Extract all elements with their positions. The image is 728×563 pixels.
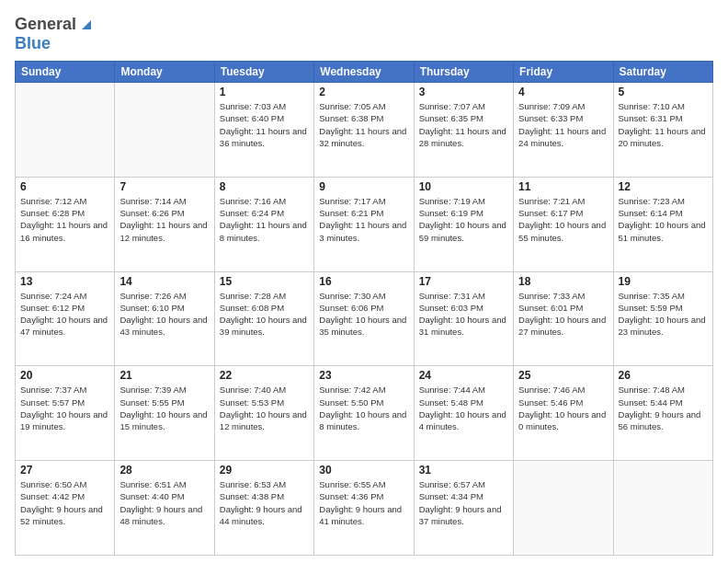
day-number: 4 [518,86,608,98]
day-number: 15 [220,275,309,288]
cell-text: Sunrise: 6:55 AM Sunset: 4:36 PM Dayligh… [319,478,408,527]
calendar-cell: 1 Sunrise: 7:03 AM Sunset: 6:40 PM Dayli… [214,83,313,178]
day-number: 7 [119,180,209,193]
cell-text: Sunrise: 6:53 AM Sunset: 4:38 PM Dayligh… [220,478,309,527]
sunset-text: Sunset: 5:48 PM [419,396,508,408]
sunrise-text: Sunrise: 7:35 AM [619,290,708,302]
daylight-text: Daylight: 10 hours and 39 minutes. [220,314,309,339]
day-number: 17 [419,275,508,288]
daylight-text: Daylight: 11 hours and 8 minutes. [220,219,309,244]
daylight-text: Daylight: 11 hours and 20 minutes. [619,125,708,150]
day-number: 29 [220,464,309,477]
logo-icon [78,17,95,33]
sunset-text: Sunset: 6:33 PM [518,112,608,124]
cell-text: Sunrise: 7:39 AM Sunset: 5:55 PM Dayligh… [119,384,209,432]
daylight-text: Daylight: 10 hours and 4 minutes. [419,408,508,433]
sunset-text: Sunset: 6:17 PM [518,207,608,219]
daylight-text: Daylight: 9 hours and 44 minutes. [220,503,309,528]
daylight-text: Daylight: 11 hours and 24 minutes. [518,125,608,150]
daylight-text: Daylight: 10 hours and 51 minutes. [619,219,708,244]
sunset-text: Sunset: 5:57 PM [20,396,109,408]
calendar-cell: 9 Sunrise: 7:17 AM Sunset: 6:21 PM Dayli… [314,177,414,271]
sunset-text: Sunset: 6:06 PM [319,302,408,314]
cell-text: Sunrise: 6:50 AM Sunset: 4:42 PM Dayligh… [20,478,109,527]
sunset-text: Sunset: 5:59 PM [619,302,708,314]
col-wednesday: Wednesday [314,62,414,83]
sunset-text: Sunset: 4:34 PM [419,490,508,502]
cell-text: Sunrise: 7:37 AM Sunset: 5:57 PM Dayligh… [20,384,109,432]
cell-text: Sunrise: 7:03 AM Sunset: 6:40 PM Dayligh… [220,100,309,149]
calendar-header-row: Sunday Monday Tuesday Wednesday Thursday… [16,62,713,83]
calendar-cell: 13 Sunrise: 7:24 AM Sunset: 6:12 PM Dayl… [16,271,115,366]
day-number: 5 [619,86,708,98]
cell-text: Sunrise: 7:24 AM Sunset: 6:12 PM Dayligh… [20,290,109,339]
sunrise-text: Sunrise: 7:09 AM [518,100,608,112]
day-number: 8 [220,180,309,193]
sunrise-text: Sunrise: 7:28 AM [220,290,309,302]
calendar-week-row: 1 Sunrise: 7:03 AM Sunset: 6:40 PM Dayli… [16,83,713,178]
svg-marker-0 [82,20,91,29]
logo-blue-text: Blue [15,34,51,52]
col-sunday: Sunday [16,62,115,83]
day-number: 25 [518,369,608,382]
day-number: 14 [119,275,209,288]
sunset-text: Sunset: 5:50 PM [319,396,408,408]
day-number: 24 [419,369,508,382]
calendar-week-row: 20 Sunrise: 7:37 AM Sunset: 5:57 PM Dayl… [16,366,713,461]
sunset-text: Sunset: 6:35 PM [419,112,508,124]
sunset-text: Sunset: 6:21 PM [319,207,408,219]
sunset-text: Sunset: 6:08 PM [220,302,309,314]
daylight-text: Daylight: 11 hours and 28 minutes. [419,125,508,150]
calendar-cell: 23 Sunrise: 7:42 AM Sunset: 5:50 PM Dayl… [314,366,414,461]
calendar-cell: 18 Sunrise: 7:33 AM Sunset: 6:01 PM Dayl… [514,271,613,366]
day-number: 30 [319,464,408,477]
calendar-cell: 24 Sunrise: 7:44 AM Sunset: 5:48 PM Dayl… [414,366,513,461]
calendar-cell: 30 Sunrise: 6:55 AM Sunset: 4:36 PM Dayl… [314,461,414,556]
calendar-cell: 28 Sunrise: 6:51 AM Sunset: 4:40 PM Dayl… [115,461,214,556]
daylight-text: Daylight: 10 hours and 31 minutes. [419,314,508,339]
col-friday: Friday [514,62,613,83]
daylight-text: Daylight: 10 hours and 47 minutes. [20,314,109,339]
daylight-text: Daylight: 11 hours and 12 minutes. [119,219,209,244]
cell-text: Sunrise: 7:42 AM Sunset: 5:50 PM Dayligh… [319,384,408,432]
sunset-text: Sunset: 6:24 PM [220,207,309,219]
daylight-text: Daylight: 9 hours and 56 minutes. [619,408,708,433]
cell-text: Sunrise: 7:44 AM Sunset: 5:48 PM Dayligh… [419,384,508,432]
day-number: 28 [119,464,209,477]
sunrise-text: Sunrise: 7:12 AM [20,195,109,207]
cell-text: Sunrise: 7:31 AM Sunset: 6:03 PM Dayligh… [419,290,508,339]
calendar-cell: 27 Sunrise: 6:50 AM Sunset: 4:42 PM Dayl… [16,461,115,556]
cell-text: Sunrise: 7:12 AM Sunset: 6:28 PM Dayligh… [20,195,109,244]
sunset-text: Sunset: 4:36 PM [319,490,408,502]
sunset-text: Sunset: 4:38 PM [220,490,309,502]
calendar-cell: 14 Sunrise: 7:26 AM Sunset: 6:10 PM Dayl… [115,271,214,366]
sunset-text: Sunset: 6:31 PM [619,112,708,124]
sunset-text: Sunset: 6:26 PM [119,207,209,219]
day-number: 26 [619,369,708,382]
calendar-cell: 17 Sunrise: 7:31 AM Sunset: 6:03 PM Dayl… [414,271,513,366]
daylight-text: Daylight: 10 hours and 55 minutes. [518,219,608,244]
cell-text: Sunrise: 7:26 AM Sunset: 6:10 PM Dayligh… [119,290,209,339]
sunrise-text: Sunrise: 6:55 AM [319,478,408,490]
sunset-text: Sunset: 6:03 PM [419,302,508,314]
daylight-text: Daylight: 11 hours and 32 minutes. [319,125,408,150]
daylight-text: Daylight: 11 hours and 3 minutes. [319,219,408,244]
sunrise-text: Sunrise: 6:53 AM [220,478,309,490]
col-saturday: Saturday [613,62,712,83]
sunrise-text: Sunrise: 7:05 AM [319,100,408,112]
sunrise-text: Sunrise: 7:42 AM [319,384,408,396]
daylight-text: Daylight: 11 hours and 36 minutes. [220,125,309,150]
calendar-cell: 4 Sunrise: 7:09 AM Sunset: 6:33 PM Dayli… [514,83,613,178]
sunset-text: Sunset: 6:38 PM [319,112,408,124]
cell-text: Sunrise: 7:48 AM Sunset: 5:44 PM Dayligh… [619,384,708,432]
calendar-cell: 7 Sunrise: 7:14 AM Sunset: 6:26 PM Dayli… [115,177,214,271]
calendar-cell: 21 Sunrise: 7:39 AM Sunset: 5:55 PM Dayl… [115,366,214,461]
day-number: 10 [419,180,508,193]
page: General Blue Sunday Monday Tuesday Wedne… [0,0,728,563]
cell-text: Sunrise: 7:23 AM Sunset: 6:14 PM Dayligh… [619,195,708,244]
daylight-text: Daylight: 9 hours and 52 minutes. [20,503,109,528]
sunrise-text: Sunrise: 7:30 AM [319,290,408,302]
cell-text: Sunrise: 7:33 AM Sunset: 6:01 PM Dayligh… [518,290,608,339]
sunset-text: Sunset: 6:12 PM [20,302,109,314]
cell-text: Sunrise: 7:30 AM Sunset: 6:06 PM Dayligh… [319,290,408,339]
